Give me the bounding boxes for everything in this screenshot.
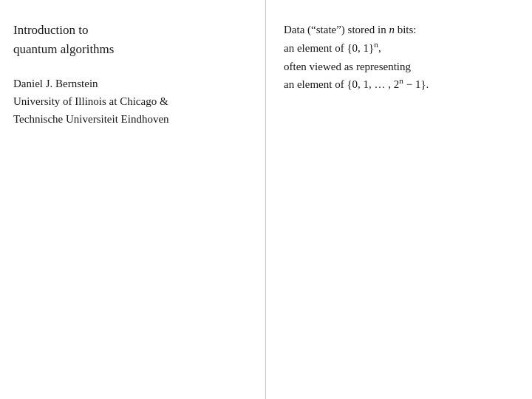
right-panel: Data (“state”) stored in n bits: an elem…	[266, 0, 532, 399]
line-4: an element of {0, 1, … , 2n − 1}.	[284, 75, 514, 94]
author-block: Daniel J. Bernstein University of Illino…	[13, 75, 248, 128]
left-panel: Introduction to quantum algorithms Danie…	[0, 0, 266, 399]
line4-suffix: − 1}.	[403, 78, 429, 90]
line1-prefix: Data (“state”) stored in	[284, 24, 389, 35]
line-3: often viewed as representing	[284, 58, 514, 76]
affiliation-line-2: Technische Universiteit Eindhoven	[13, 110, 248, 128]
line2-exp: n	[374, 40, 378, 49]
right-content: Data (“state”) stored in n bits: an elem…	[284, 21, 514, 94]
line1-var: n	[389, 24, 395, 35]
line-1: Data (“state”) stored in n bits:	[284, 21, 514, 39]
line-2: an element of {0, 1}n,	[284, 39, 514, 58]
line4-prefix: an element of {0, 1, … , 2	[284, 78, 399, 90]
page-container: Introduction to quantum algorithms Danie…	[0, 0, 532, 399]
author-name: Daniel J. Bernstein	[13, 75, 248, 92]
title-block: Introduction to quantum algorithms	[13, 21, 248, 58]
affiliation-line-1: University of Illinois at Chicago &	[13, 92, 248, 110]
line2-text: an element of {0, 1}n,	[284, 42, 381, 54]
title-line-2: quantum algorithms	[13, 40, 248, 59]
title-line-1: Introduction to	[13, 21, 248, 40]
line1-suffix: bits:	[395, 24, 417, 35]
